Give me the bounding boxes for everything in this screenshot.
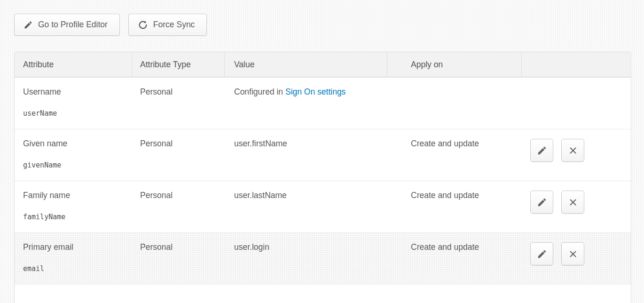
value-prefix-text: Configured in xyxy=(234,87,285,96)
apply-on-cell xyxy=(387,78,522,129)
delete-attribute-button[interactable] xyxy=(561,191,584,214)
attribute-type-cell: Personal xyxy=(132,233,225,284)
table-row-family-name: Family name familyName Personal user.las… xyxy=(15,181,631,232)
value-cell: user.firstName xyxy=(225,129,387,181)
actions-cell xyxy=(522,233,631,284)
attribute-label: Username xyxy=(23,87,132,97)
close-icon xyxy=(568,198,578,207)
go-to-profile-editor-label: Go to Profile Editor xyxy=(38,20,108,30)
value-cell: user.login xyxy=(225,233,387,284)
column-header-attribute-type: Attribute Type xyxy=(132,52,225,77)
refresh-icon xyxy=(138,20,148,30)
go-to-profile-editor-button[interactable]: Go to Profile Editor xyxy=(14,14,120,36)
table-row-username: Username userName Personal Configured in… xyxy=(15,77,631,129)
attribute-variable: givenName xyxy=(23,161,132,169)
pencil-icon xyxy=(537,197,547,207)
attribute-label: Primary email xyxy=(23,242,132,252)
apply-on-cell: Create and update xyxy=(387,181,522,232)
attribute-variable: email xyxy=(23,264,132,273)
value-cell: user.lastName xyxy=(225,181,387,232)
actions-cell xyxy=(522,129,631,181)
actions-cell xyxy=(522,78,631,129)
attribute-type-cell: Personal xyxy=(132,181,225,232)
delete-attribute-button[interactable] xyxy=(561,242,584,265)
close-icon xyxy=(568,146,578,155)
apply-on-cell: Create and update xyxy=(387,233,522,284)
attribute-label: Family name xyxy=(23,191,132,200)
attribute-cell: Family name familyName xyxy=(15,181,132,232)
attribute-type-cell: Personal xyxy=(132,78,225,129)
attribute-label: Given name xyxy=(23,139,132,149)
pencil-icon xyxy=(537,249,547,259)
actions-cell xyxy=(522,181,631,232)
table-row-given-name: Given name givenName Personal user.first… xyxy=(15,129,631,181)
column-header-actions xyxy=(522,52,631,77)
column-header-attribute: Attribute xyxy=(15,52,132,77)
edit-attribute-button[interactable] xyxy=(530,242,553,265)
table-row-partial xyxy=(15,284,631,303)
pencil-icon xyxy=(537,145,547,156)
force-sync-label: Force Sync xyxy=(153,20,195,30)
force-sync-button[interactable]: Force Sync xyxy=(128,14,207,36)
value-cell: Configured in Sign On settings xyxy=(225,78,387,129)
delete-attribute-button[interactable] xyxy=(561,139,584,162)
edit-attribute-button[interactable] xyxy=(530,139,553,162)
attribute-type-cell: Personal xyxy=(132,129,225,181)
attribute-mappings-table: Attribute Attribute Type Value Apply on … xyxy=(14,52,631,303)
sign-on-settings-link[interactable]: Sign On settings xyxy=(285,87,346,96)
table-row-primary-email: Primary email email Personal user.login … xyxy=(15,232,631,284)
close-icon xyxy=(568,249,578,259)
attribute-cell: Given name givenName xyxy=(15,129,132,181)
column-header-apply-on: Apply on xyxy=(387,52,522,77)
attribute-cell: Username userName xyxy=(15,78,132,129)
attribute-variable: familyName xyxy=(23,213,132,221)
attribute-variable: userName xyxy=(23,109,132,118)
column-header-value: Value xyxy=(225,52,387,77)
attribute-cell: Primary email email xyxy=(15,233,132,284)
edit-attribute-button[interactable] xyxy=(530,191,553,214)
apply-on-cell: Create and update xyxy=(387,129,522,181)
attribute-mappings-screen: Go to Profile Editor Force Sync Attribut… xyxy=(0,0,644,303)
toolbar: Go to Profile Editor Force Sync xyxy=(14,14,207,36)
pencil-icon xyxy=(24,20,33,30)
table-header-row: Attribute Attribute Type Value Apply on xyxy=(15,52,631,77)
